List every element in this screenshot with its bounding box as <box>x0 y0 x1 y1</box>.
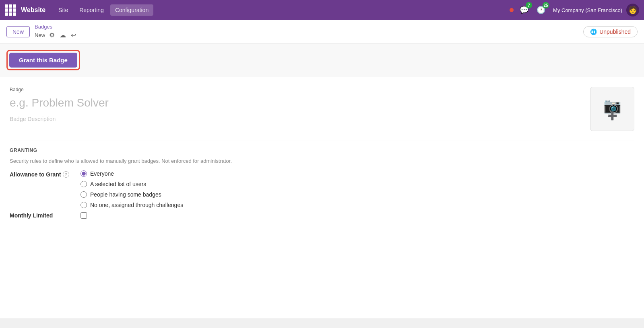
granting-description: Security rules to define who is allowed … <box>10 158 634 164</box>
upload-icon[interactable]: ☁ <box>59 31 67 40</box>
user-avatar[interactable]: 🧑 <box>626 4 639 16</box>
allowance-label: Allowance to Grant <box>10 171 61 178</box>
nav-configuration[interactable]: Configuration <box>110 4 153 16</box>
allowance-help-icon[interactable]: ? <box>63 171 69 178</box>
breadcrumb: Badges New ⚙ ☁ ↩ <box>35 24 77 40</box>
plus-icon: ➕ <box>607 111 617 121</box>
allowance-radio-noone[interactable] <box>80 202 87 208</box>
nav-site[interactable]: Site <box>54 4 73 16</box>
badge-field-label: Badge <box>10 87 582 92</box>
monthly-limited-label: Monthly Limited <box>10 212 74 219</box>
allowance-option-noone[interactable]: No one, assigned through challenges <box>80 202 183 208</box>
settings-icon[interactable]: ⚙ <box>48 31 56 40</box>
allowance-badges-label: People having some badges <box>90 191 161 198</box>
badge-description-input[interactable] <box>10 114 582 124</box>
allowance-option-selected[interactable]: A selected list of users <box>80 181 183 187</box>
allowance-radio-everyone[interactable] <box>80 170 87 177</box>
clock-badge: 25 <box>543 2 549 8</box>
top-navigation: Website Site Reporting Configuration 💬 7… <box>0 0 644 20</box>
allowance-options: Everyone A selected list of users People… <box>80 170 183 208</box>
unpublish-button[interactable]: 🌐 Unpublished <box>583 26 638 37</box>
allowance-option-badges[interactable]: People having some badges <box>80 191 183 198</box>
nav-reporting[interactable]: Reporting <box>74 4 109 16</box>
allowance-option-everyone[interactable]: Everyone <box>80 170 183 177</box>
unpublished-label: Unpublished <box>599 29 631 35</box>
badge-name-input[interactable] <box>10 95 582 111</box>
app-grid-icon[interactable] <box>5 4 16 16</box>
allowance-radio-badges[interactable] <box>80 191 87 198</box>
company-label[interactable]: My Company (San Francisco) <box>553 7 622 13</box>
brand-label[interactable]: Website <box>21 6 45 14</box>
allowance-radio-selected[interactable] <box>80 181 87 187</box>
breadcrumb-child: New <box>35 32 45 38</box>
action-bar: New Badges New ⚙ ☁ ↩ 🌐 Unpublished <box>0 20 644 43</box>
globe-icon: 🌐 <box>590 29 597 35</box>
clock-icon[interactable]: 🕐 25 <box>535 4 547 16</box>
allowance-everyone-label: Everyone <box>90 170 114 177</box>
granting-section-title: GRANTING <box>10 148 634 153</box>
status-dot <box>510 8 514 12</box>
main-content: Badge 📷 ➕ GRANTING Security rules to def… <box>0 77 644 318</box>
granting-divider <box>10 141 634 141</box>
badge-image-upload[interactable]: 📷 ➕ <box>590 87 634 131</box>
grant-highlight-box: Grant this Badge <box>6 50 80 70</box>
breadcrumb-parent[interactable]: Badges <box>35 24 77 30</box>
grant-area: Grant this Badge <box>0 43 644 77</box>
monthly-limited-row: Monthly Limited <box>10 212 634 219</box>
chat-icon[interactable]: 💬 7 <box>518 4 530 16</box>
allowance-field-row: Allowance to Grant ? Everyone A selected… <box>10 170 634 208</box>
chat-badge: 7 <box>526 2 532 8</box>
undo-icon[interactable]: ↩ <box>70 31 77 40</box>
grant-badge-button[interactable]: Grant this Badge <box>9 53 77 68</box>
monthly-limited-checkbox[interactable] <box>80 212 87 219</box>
allowance-selected-label: A selected list of users <box>90 181 146 187</box>
new-button[interactable]: New <box>6 26 30 37</box>
allowance-noone-label: No one, assigned through challenges <box>90 202 183 208</box>
